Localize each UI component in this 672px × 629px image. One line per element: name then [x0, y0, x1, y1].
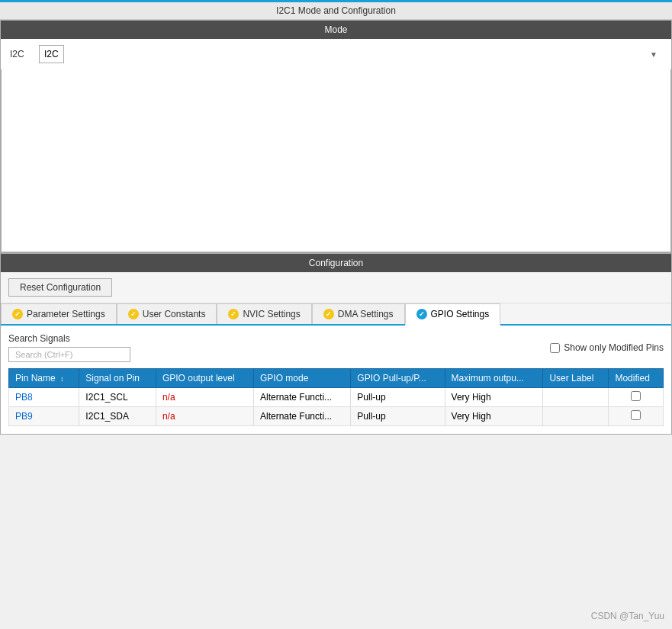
tab-icon-gpio: ✓ [416, 309, 427, 319]
th-gpio-pull: GPIO Pull-up/P... [351, 369, 445, 388]
gpio-table-head: Pin Name ↕ Signal on Pin GPIO output lev… [9, 369, 664, 388]
cell-gpio-mode: Alternate Functi... [254, 407, 351, 426]
reset-configuration-button[interactable]: Reset Configuration [8, 278, 112, 297]
tab-label-dma: DMA Settings [338, 309, 394, 319]
watermark: CSDN @Tan_Yuu [591, 611, 664, 621]
th-signal-on-pin: Signal on Pin [79, 369, 156, 388]
cell-gpio-pull: Pull-up [351, 407, 445, 426]
reset-bar: Reset Configuration [1, 272, 671, 303]
title-bar: I2C1 Mode and Configuration [0, 2, 672, 20]
show-modified-checkbox[interactable] [550, 343, 560, 353]
cell-signal-on-pin: I2C1_SCL [79, 388, 156, 407]
tab-gpio-settings[interactable]: ✓ GPIO Settings [405, 303, 501, 326]
cell-max-output: Very High [445, 388, 543, 407]
tab-icon-dma: ✓ [323, 309, 334, 319]
config-section: Configuration Reset Configuration ✓ Para… [0, 253, 672, 435]
mode-select[interactable]: I2C [39, 45, 64, 63]
tab-icon-nvic: ✓ [228, 309, 239, 319]
mode-select-wrapper: I2C [39, 45, 662, 63]
cell-signal-on-pin: I2C1_SDA [79, 407, 156, 426]
mode-label: I2C [10, 49, 33, 59]
cell-gpio-output-level: n/a [156, 388, 253, 407]
cell-gpio-pull: Pull-up [351, 388, 445, 407]
search-signals-group: Search Signals [8, 333, 130, 362]
search-input[interactable] [8, 347, 130, 362]
cell-user-label [543, 388, 609, 407]
cell-gpio-mode: Alternate Functi... [254, 388, 351, 407]
th-max-output: Maximum outpu... [445, 369, 543, 388]
mode-content-area [1, 69, 671, 252]
modified-checkbox-1[interactable] [631, 410, 641, 420]
th-gpio-output-level: GPIO output level [156, 369, 253, 388]
tab-label-gpio: GPIO Settings [431, 309, 490, 319]
cell-user-label [543, 407, 609, 426]
th-user-label: User Label [543, 369, 609, 388]
mode-row: I2C I2C [1, 39, 671, 69]
tab-parameter-settings[interactable]: ✓ Parameter Settings [1, 303, 117, 324]
tab-label-user-constants: User Constants [143, 309, 206, 319]
config-section-header: Configuration [1, 254, 671, 272]
tab-dma-settings[interactable]: ✓ DMA Settings [312, 303, 405, 324]
table-row: PB9 I2C1_SDA n/a Alternate Functi... Pul… [9, 407, 664, 426]
pin-name-sort-icon: ↕ [60, 375, 64, 383]
gpio-table: Pin Name ↕ Signal on Pin GPIO output lev… [8, 368, 664, 426]
tab-icon-parameter: ✓ [12, 309, 23, 319]
cell-max-output: Very High [445, 407, 543, 426]
search-label: Search Signals [8, 333, 130, 344]
cell-pin-name: PB8 [9, 388, 79, 407]
th-gpio-mode: GPIO mode [254, 369, 351, 388]
tab-nvic-settings[interactable]: ✓ NVIC Settings [217, 303, 311, 324]
show-modified-group: Show only Modified Pins [550, 342, 664, 353]
search-row: Search Signals Show only Modified Pins [8, 333, 664, 362]
th-modified: Modified [609, 369, 664, 388]
title-text: I2C1 Mode and Configuration [276, 5, 396, 16]
modified-checkbox-0[interactable] [631, 391, 641, 401]
tabs-bar: ✓ Parameter Settings ✓ User Constants ✓ … [1, 303, 671, 326]
cell-modified [609, 407, 664, 426]
cell-modified [609, 388, 664, 407]
cell-gpio-output-level: n/a [156, 407, 253, 426]
th-pin-name[interactable]: Pin Name ↕ [9, 369, 79, 388]
gpio-table-header-row: Pin Name ↕ Signal on Pin GPIO output lev… [9, 369, 664, 388]
mode-section-header: Mode [1, 21, 671, 39]
tab-icon-user-constants: ✓ [128, 309, 139, 319]
tab-label-parameter: Parameter Settings [27, 309, 105, 319]
tab-user-constants[interactable]: ✓ User Constants [117, 303, 217, 324]
cell-pin-name: PB9 [9, 407, 79, 426]
show-modified-label: Show only Modified Pins [564, 342, 664, 353]
mode-section: Mode I2C I2C [0, 20, 672, 253]
tab-content-gpio: Search Signals Show only Modified Pins P… [1, 326, 671, 434]
table-row: PB8 I2C1_SCL n/a Alternate Functi... Pul… [9, 388, 664, 407]
gpio-table-body: PB8 I2C1_SCL n/a Alternate Functi... Pul… [9, 388, 664, 426]
tab-label-nvic: NVIC Settings [243, 309, 300, 319]
